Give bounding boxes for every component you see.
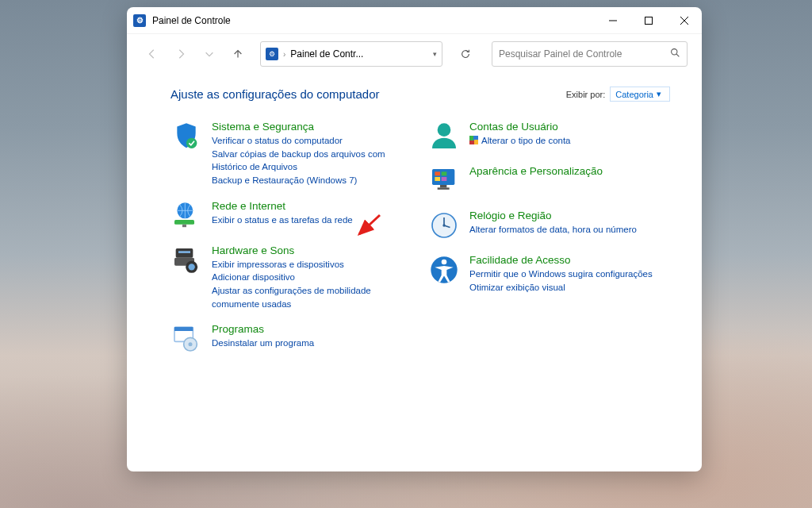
maximize-button[interactable]: [630, 7, 666, 33]
cat-link[interactable]: Permitir que o Windows sugira configuraç…: [469, 267, 670, 281]
svg-rect-1: [645, 17, 652, 24]
address-control-panel-icon: [266, 48, 278, 60]
cat-title[interactable]: Sistema e Segurança: [212, 121, 412, 133]
cat-title[interactable]: Relógio e Região: [469, 210, 670, 221]
cat-clock-region: Relógio e Região Alterar formatos de dat…: [428, 210, 670, 241]
address-bar[interactable]: › Painel de Contr... ▾: [260, 41, 442, 67]
svg-rect-16: [174, 327, 193, 331]
view-by-selected: Categoria: [615, 90, 653, 99]
cat-network-internet: Rede e Internet Exibir o status e as tar…: [170, 200, 412, 232]
svg-point-14: [189, 264, 195, 270]
cat-link[interactable]: Backup e Restauração (Windows 7): [212, 174, 412, 187]
monitor-colors-icon: [428, 165, 460, 197]
breadcrumb[interactable]: Painel de Contr...: [290, 48, 428, 60]
globe-network-icon: [170, 200, 202, 232]
cat-link[interactable]: Otimizar exibição visual: [469, 281, 670, 294]
cat-ease-of-access: Facilidade de Acesso Permitir que o Wind…: [428, 254, 670, 294]
close-button[interactable]: [666, 7, 702, 33]
cat-title[interactable]: Facilidade de Acesso: [469, 254, 670, 266]
cat-link[interactable]: Exibir o status e as tarefas da rede: [212, 214, 412, 227]
svg-rect-25: [440, 185, 446, 187]
cat-system-security: Sistema e Segurança Verificar o status d…: [170, 121, 412, 187]
svg-point-4: [672, 49, 677, 55]
category-col-right: Contas de Usuário Alterar o tipo de cont…: [428, 121, 670, 355]
user-icon: [428, 121, 460, 152]
svg-rect-8: [174, 220, 194, 225]
svg-point-30: [442, 224, 445, 226]
cat-link[interactable]: Desinstalar um programa: [212, 337, 412, 350]
chevron-right-icon: ›: [283, 50, 285, 59]
cat-title[interactable]: Rede e Internet: [212, 200, 412, 212]
cat-programs: Programas Desinstalar um programa: [170, 323, 412, 355]
svg-rect-11: [178, 251, 190, 253]
cat-title[interactable]: Programas: [212, 323, 412, 335]
clock-icon: [428, 210, 460, 241]
window-title: Painel de Controle: [152, 15, 231, 26]
chevron-down-icon: ▾: [657, 89, 661, 99]
cat-link[interactable]: Salvar cópias de backup dos arquivos com…: [212, 148, 412, 174]
cat-title[interactable]: Aparência e Personalização: [469, 165, 670, 177]
page-title: Ajuste as configurações do computador: [170, 87, 380, 101]
cat-link[interactable]: Adicionar dispositivo: [212, 271, 412, 284]
control-panel-icon: [133, 14, 146, 27]
svg-rect-22: [442, 171, 447, 175]
svg-rect-26: [438, 187, 450, 190]
cat-link[interactable]: Alterar o tipo de conta: [469, 134, 670, 148]
navbar: › Painel de Contr... ▾: [127, 34, 702, 74]
svg-rect-21: [435, 171, 440, 175]
search-box[interactable]: [492, 41, 688, 67]
cat-title[interactable]: Contas de Usuário: [469, 121, 670, 133]
svg-point-6: [186, 138, 197, 148]
view-by-label: Exibir por:: [566, 90, 606, 99]
refresh-button[interactable]: [454, 48, 477, 60]
svg-rect-9: [182, 225, 186, 227]
svg-point-18: [189, 343, 193, 347]
shield-pc-icon: [170, 121, 202, 152]
view-by: Exibir por: Categoria ▾: [566, 87, 670, 102]
svg-point-19: [438, 123, 451, 137]
svg-line-5: [676, 54, 679, 56]
cat-appearance-personalization: Aparência e Personalização: [428, 165, 670, 197]
search-icon[interactable]: [670, 48, 680, 60]
search-input[interactable]: [499, 48, 670, 60]
cat-link[interactable]: Verificar o status do computador: [212, 134, 412, 148]
nav-back-button[interactable]: [141, 43, 163, 65]
cat-title[interactable]: Hardware e Sons: [212, 244, 412, 256]
svg-rect-23: [435, 177, 440, 181]
cat-link[interactable]: Exibir impressoras e dispositivos: [212, 258, 412, 271]
cat-link[interactable]: Alterar formatos de data, hora ou número: [469, 223, 670, 237]
nav-up-button[interactable]: [227, 43, 249, 65]
svg-point-32: [442, 260, 447, 265]
category-col-left: Sistema e Segurança Verificar o status d…: [170, 121, 412, 355]
view-by-select[interactable]: Categoria ▾: [610, 87, 670, 102]
chevron-down-icon[interactable]: ▾: [433, 50, 437, 58]
cat-user-accounts: Contas de Usuário Alterar o tipo de cont…: [428, 121, 670, 152]
nav-recent-button[interactable]: [198, 43, 220, 65]
cat-link[interactable]: Ajustar as configurações de mobilidade c…: [212, 284, 412, 310]
printer-camera-icon: [170, 244, 202, 276]
minimize-button[interactable]: [595, 7, 630, 33]
svg-rect-24: [442, 177, 447, 181]
cat-hardware-sound: Hardware e Sons Exibir impressoras e dis…: [170, 244, 412, 311]
titlebar: Painel de Controle: [127, 7, 702, 34]
content-area: Ajuste as configurações do computador Ex…: [127, 74, 702, 471]
control-panel-window: Painel de Controle ›: [127, 7, 702, 471]
accessibility-icon: [428, 254, 460, 286]
nav-forward-button[interactable]: [170, 43, 192, 65]
programs-icon: [170, 323, 202, 355]
